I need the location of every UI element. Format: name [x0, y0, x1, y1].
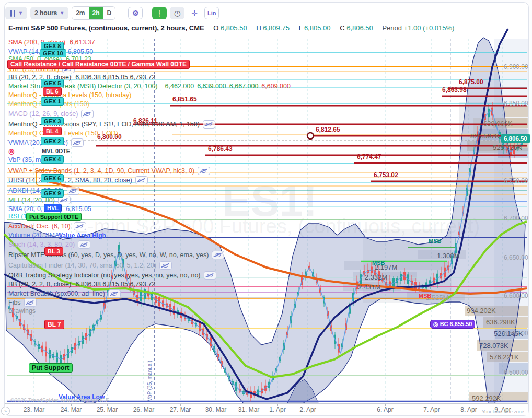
eye-off-icon[interactable]: [74, 222, 86, 230]
axis-tick: [469, 404, 469, 406]
eye-off-icon[interactable]: [212, 251, 224, 259]
linear-scale-button[interactable]: Lin: [204, 7, 219, 19]
level-badge-bl-6[interactable]: BL 6: [43, 87, 62, 96]
eye-off-icon[interactable]: [159, 261, 172, 270]
legend-row[interactable]: ORB Trading Strategy Indicator (no, yes,…: [8, 271, 216, 280]
axis-tick: [71, 404, 72, 406]
timezone-link[interactable]: Your local time zone: [482, 409, 524, 414]
time-axis-label: 31. Mar: [238, 406, 260, 413]
level-badge-bl-7[interactable]: BL 7: [44, 320, 64, 329]
bc-level-badge[interactable]: ◎ BC 6,655.50: [430, 320, 475, 329]
eye-off-icon[interactable]: [203, 120, 215, 129]
legend-row[interactable]: BB (20, 2, 2, 0, close)6,836.38 6,815.05…: [8, 281, 155, 288]
legend-label: Stoch (14, 3, 3, 80, 20): [8, 241, 75, 248]
level-badge-gex-6[interactable]: GEX 6: [41, 174, 64, 182]
time-axis-label: 2. Apr: [299, 406, 316, 413]
legend-row[interactable]: Capitulation Finder (14, 30, 70, sma, 50…: [8, 261, 172, 270]
level-badge-call-resistance-call-resistance-0dte-gamma-wall-0dte[interactable]: Call Resistance / Call Resistance 0DTE /…: [7, 60, 190, 69]
eye-off-icon[interactable]: [135, 176, 148, 184]
chart-annotation: 636.298K: [486, 318, 515, 326]
chart-annotation: 576.221K: [490, 353, 519, 361]
legend-label: Capitulation Finder (14, 30, 70, sma, 50…: [8, 262, 156, 269]
legend-row[interactable]: MenthorQ - Gamma Levels (150, Intraday): [8, 91, 132, 99]
level-badge-gex-3[interactable]: GEX 3: [41, 117, 64, 125]
axis-tick: [249, 404, 249, 406]
eye-off-icon[interactable]: [198, 167, 210, 175]
level-badge-bl-4[interactable]: BL 4: [43, 127, 62, 135]
eye-off-icon[interactable]: [108, 289, 121, 298]
legend-row[interactable]: Ripster MTF Clouds (60, yes, D, yes, D, …: [8, 251, 224, 259]
low-value: 6,805.00: [304, 24, 331, 32]
close-value: 6,806.50: [346, 24, 373, 32]
current-price-badge: 6,806.50: [501, 134, 530, 143]
time-axis[interactable]: 23. Mar24. Mar25. Mar26. Mar27. Mar30. M…: [5, 403, 528, 415]
level-badge-gex-9[interactable]: GEX 9: [41, 189, 64, 198]
time-axis-label: 24. Mar: [61, 406, 82, 413]
level-badge-put-support[interactable]: Put Support: [29, 363, 73, 373]
level-badge-gex-10[interactable]: GEX 10: [40, 49, 66, 57]
level-badge-gex-1[interactable]: GEX 1: [41, 97, 64, 106]
axis-tick: [308, 404, 308, 406]
legend-label: Market Breadth (spx500, ad_line): [8, 290, 105, 297]
price-axis-label: 6,500.00: [504, 369, 528, 376]
legend-row[interactable]: MenthorQ - Conversions (SPY, ES1!, EOD, …: [8, 120, 215, 129]
chevron-down-icon: ▼: [18, 10, 23, 16]
interval-2h-button[interactable]: 2h: [89, 7, 103, 19]
level-badge-gex-5[interactable]: GEX 5: [41, 79, 64, 87]
legend-label: MenthorQ - Gamma Levels (150, Intraday): [8, 91, 132, 99]
chart-type-icon[interactable]: 𝆄: [152, 7, 167, 19]
price-level-label: 6,774.47: [357, 153, 381, 160]
legend-row[interactable]: Fibs: [8, 298, 37, 307]
chart-annotation: 525.726K: [493, 144, 522, 152]
legend-row[interactable]: Market Breadth (spx500, ad_line): [8, 289, 121, 298]
legend-part: 6,667.000: [229, 83, 259, 90]
legend-value: 6,836.38 6,815.05 6,793.72: [75, 281, 155, 288]
eye-off-icon[interactable]: [81, 110, 94, 118]
price-axis-label: 6,750.00: [504, 177, 528, 184]
chart-annotation: MVL 0DTE: [42, 148, 70, 154]
axis-tick: [277, 404, 278, 406]
change-value: +1.00 (+0.015%): [404, 24, 455, 32]
legend-label: MACD (12, 26, 9, close): [8, 110, 78, 118]
eye-off-icon[interactable]: [78, 240, 90, 249]
axis-expander-icon[interactable]: »: [1, 407, 10, 415]
legend-row[interactable]: Volume (20, SMA): [8, 231, 61, 239]
eye-off-icon[interactable]: [24, 298, 37, 307]
level-badge-bl-3[interactable]: BL 3: [44, 247, 63, 256]
price-axis-label: 6,900.00: [504, 63, 528, 71]
legend-row[interactable]: ◎: [8, 147, 14, 155]
legend-row[interactable]: URSI (14, 21, 20, 2, 2, SMA, 80, 20, clo…: [8, 176, 148, 184]
axis-tick: [34, 404, 34, 406]
eye-off-icon[interactable]: [204, 271, 216, 280]
legend-row[interactable]: VWAP + Stdev Bands (1, 2, 3, 4, 1D, 90, …: [8, 167, 210, 175]
price-level-label: 6,786.43: [208, 145, 233, 153]
chart-annotation: 820.597K: [470, 132, 500, 140]
chart-annotation: Value Area High: [59, 232, 106, 239]
interval-dropdown[interactable]: 2 hours▼: [30, 7, 68, 19]
price-level-label: 6,851.65: [172, 96, 197, 103]
crosshair-icon[interactable]: ✛: [188, 7, 201, 19]
legend-value: 6,815.05: [66, 205, 91, 213]
eye-off-icon[interactable]: [67, 187, 79, 195]
legend-row[interactable]: Drawings: [8, 307, 36, 315]
clock-icon[interactable]: ◷: [170, 7, 184, 19]
axis-tick: [107, 404, 108, 406]
interval-2m-button[interactable]: 2m: [72, 7, 88, 19]
chart-style-button[interactable]: ▼: [5, 7, 27, 19]
time-axis-label: 27. Mar: [170, 406, 191, 413]
legend-value: 6,613.37: [70, 39, 95, 46]
level-badge-gex-4[interactable]: GEX 4: [41, 155, 64, 164]
settings-gear-icon[interactable]: ⚙: [128, 7, 143, 19]
price-axis-label: 6,850.00: [504, 100, 528, 107]
legend-label: MenthorQ Gamma Levels (150, EOD): [8, 130, 118, 137]
interval-d-button[interactable]: D: [103, 7, 115, 19]
level-badge-gex-2[interactable]: GEX 2: [41, 137, 64, 145]
level-badge-hvl[interactable]: HVL: [44, 204, 62, 212]
symbol-title[interactable]: E-mini S&P 500 Futures, (continuous, cur…: [8, 24, 204, 32]
price-axis-label: 6,600.00: [504, 292, 528, 299]
level-badge-put-support-0dte[interactable]: Put Support 0DTE: [26, 213, 82, 221]
legend-row[interactable]: Acc/Distr Osc. (6, 10): [8, 222, 86, 230]
eye-off-icon[interactable]: [71, 138, 84, 147]
legend-row[interactable]: BB (20, 2, 2, 0, close)6,836.38 6,815.05…: [8, 74, 155, 81]
legend-row[interactable]: MenthorQ Gamma Levels (150, EOD): [8, 130, 118, 137]
